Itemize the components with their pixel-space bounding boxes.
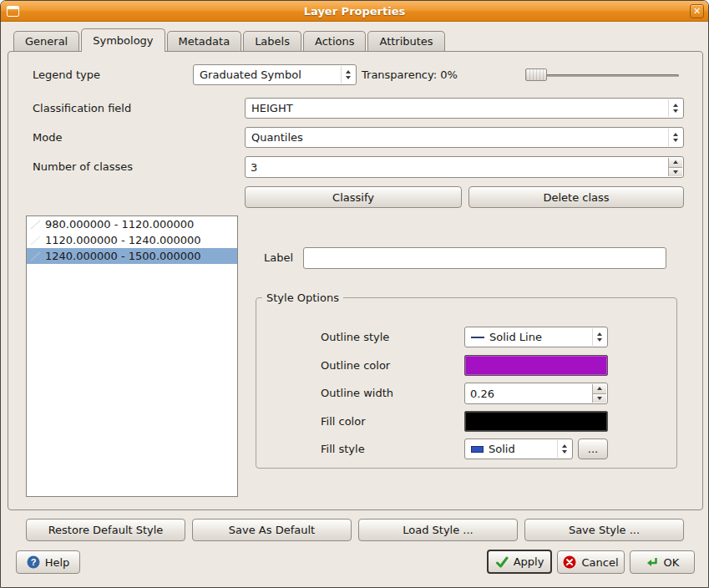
fill-style-value: Solid [489, 443, 515, 455]
load-style-button[interactable]: Load Style ... [358, 519, 518, 541]
save-as-default-button[interactable]: Save As Default [192, 519, 352, 541]
window-title: Layer Properties [304, 5, 406, 18]
class-symbol-icon [29, 219, 43, 231]
class-list: 980.000000 - 1120.000000 1120.000000 - 1… [26, 215, 238, 497]
spin-up-button[interactable] [669, 158, 682, 168]
solid-brush-icon [471, 446, 484, 453]
mode-label: Mode [33, 130, 62, 145]
fill-color-swatch[interactable] [464, 411, 608, 432]
spin-down-button[interactable] [593, 394, 606, 403]
help-icon: ? [27, 555, 40, 569]
outline-style-select[interactable]: Solid Line [464, 327, 608, 347]
save-style-button[interactable]: Save Style ... [524, 519, 684, 541]
class-range-label: 1240.000000 - 1500.000000 [45, 250, 201, 262]
combo-arrows-icon [668, 99, 682, 117]
transparency-slider[interactable] [525, 68, 679, 82]
combo-arrows-icon [557, 440, 571, 458]
cancel-button-label: Cancel [581, 556, 618, 569]
outline-style-label: Outline style [321, 330, 389, 345]
tab-attributes[interactable]: Attributes [367, 31, 444, 51]
tab-metadata[interactable]: Metadata [167, 31, 242, 51]
spinner-arrows [592, 384, 606, 403]
spinner-arrows [668, 158, 682, 176]
delete-class-button[interactable]: Delete class [468, 186, 684, 208]
class-list-item-selected[interactable]: 1240.000000 - 1500.000000 [27, 248, 237, 264]
outline-color-label: Outline color [321, 358, 390, 373]
cancel-button[interactable]: Cancel [557, 550, 625, 574]
tab-actions[interactable]: Actions [303, 31, 367, 51]
class-label-input[interactable] [303, 247, 666, 269]
mode-select[interactable]: Quantiles [245, 127, 684, 148]
legend-type-select[interactable]: Graduated Symbol [193, 64, 357, 85]
class-symbol-icon [29, 235, 43, 246]
classification-field-value: HEIGHT [251, 102, 293, 114]
classification-field-label: Classification field [33, 101, 131, 116]
number-of-classes-input[interactable] [246, 157, 668, 177]
combo-arrows-icon [668, 129, 682, 146]
fill-style-label: Fill style [321, 442, 365, 457]
fill-style-more-button[interactable]: ... [578, 438, 608, 459]
outline-width-spinner [464, 383, 608, 404]
legend-type-value: Graduated Symbol [200, 68, 301, 81]
style-options-title: Style Options [262, 291, 343, 305]
restore-default-style-button[interactable]: Restore Default Style [26, 519, 185, 541]
outline-style-value: Solid Line [489, 331, 542, 343]
class-range-label: 980.000000 - 1120.000000 [45, 218, 194, 231]
class-label-label: Label [264, 251, 293, 266]
svg-text:?: ? [30, 557, 36, 567]
slider-track[interactable] [525, 74, 679, 77]
fill-color-label: Fill color [321, 414, 366, 429]
apply-button-label: Apply [514, 555, 544, 568]
tab-labels[interactable]: Labels [243, 31, 301, 51]
transparency-label: Transparency: 0% [362, 68, 458, 83]
tab-symbology[interactable]: Symbology [81, 28, 165, 52]
classification-field-select[interactable]: HEIGHT [245, 98, 684, 119]
ok-enter-icon [646, 555, 659, 569]
layer-properties-dialog: Layer Properties ✕ General Symbology Met… [0, 0, 709, 588]
number-of-classes-label: Number of classes [33, 160, 133, 175]
legend-type-label: Legend type [33, 68, 100, 83]
help-button-label: Help [45, 556, 70, 569]
outline-width-input[interactable] [465, 383, 592, 403]
close-button[interactable]: ✕ [690, 4, 704, 18]
slider-handle[interactable] [525, 68, 547, 81]
titlebar[interactable]: Layer Properties ✕ [1, 1, 708, 22]
help-button[interactable]: ? Help [16, 550, 80, 574]
mode-value: Quantiles [251, 131, 303, 144]
ok-button-label: OK [664, 556, 680, 569]
apply-check-icon [495, 555, 509, 569]
cancel-icon [563, 555, 576, 569]
style-options-group: Style Options Outline style Solid Line O… [256, 291, 677, 469]
combo-arrows-icon [592, 328, 606, 346]
combo-arrows-icon [341, 66, 355, 84]
outline-width-label: Outline width [321, 386, 393, 401]
class-range-label: 1120.000000 - 1240.000000 [45, 234, 201, 246]
ok-button[interactable]: OK [630, 550, 695, 574]
spin-down-button[interactable] [669, 168, 682, 177]
apply-button[interactable]: Apply [487, 550, 552, 574]
tab-general[interactable]: General [13, 31, 79, 51]
class-symbol-icon [29, 251, 43, 262]
window-icon [7, 6, 19, 17]
tab-bar: General Symbology Metadata Labels Action… [13, 28, 447, 52]
class-list-item[interactable]: 1120.000000 - 1240.000000 [27, 232, 237, 248]
classify-button[interactable]: Classify [245, 186, 462, 208]
solid-line-icon [471, 337, 484, 338]
spin-up-button[interactable] [593, 384, 606, 394]
outline-color-swatch[interactable] [464, 355, 608, 376]
fill-style-select[interactable]: Solid [464, 438, 573, 459]
class-list-item[interactable]: 980.000000 - 1120.000000 [27, 216, 237, 232]
number-of-classes-spinner [245, 156, 684, 178]
